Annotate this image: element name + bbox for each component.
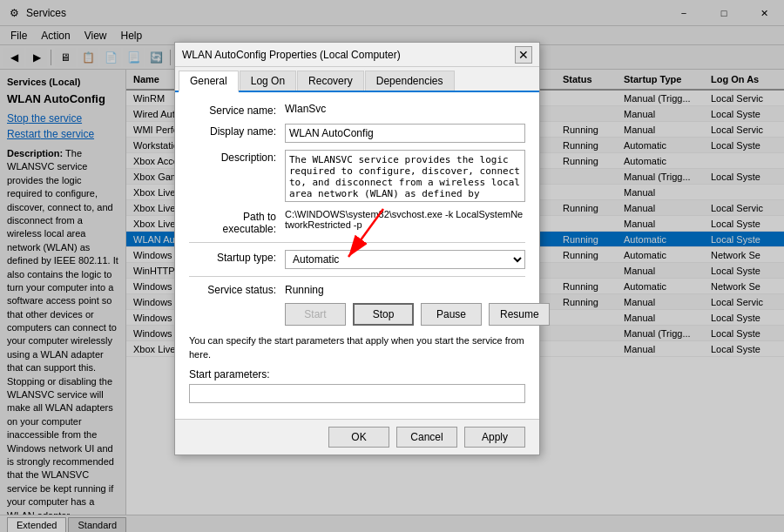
display-name-row: Display name: bbox=[189, 124, 525, 143]
service-control-buttons: Start Stop Pause Resume bbox=[285, 303, 525, 326]
description-label: Description: bbox=[189, 150, 285, 164]
apply-button[interactable]: Apply bbox=[464, 427, 525, 448]
cancel-button[interactable]: Cancel bbox=[396, 427, 457, 448]
divider-2 bbox=[189, 276, 525, 277]
dialog-tab-general[interactable]: General bbox=[179, 71, 239, 92]
dialog-tab-dependencies[interactable]: Dependencies bbox=[365, 71, 455, 91]
divider-1 bbox=[189, 242, 525, 243]
dialog-tab-recovery[interactable]: Recovery bbox=[297, 71, 364, 91]
hint-text: You can specify the start parameters tha… bbox=[189, 334, 525, 361]
start-button[interactable]: Start bbox=[285, 303, 346, 326]
service-name-value: WlanSvc bbox=[285, 103, 525, 115]
properties-dialog: WLAN AutoConfig Properties (Local Comput… bbox=[174, 42, 540, 455]
startup-label: Startup type: bbox=[189, 250, 285, 264]
resume-button[interactable]: Resume bbox=[489, 303, 550, 326]
startup-row: Startup type: Automatic Automatic (Delay… bbox=[189, 250, 525, 269]
service-status-row: Service status: Running bbox=[189, 284, 525, 296]
dialog-title-bar: WLAN AutoConfig Properties (Local Comput… bbox=[175, 43, 539, 67]
start-params-input[interactable] bbox=[189, 384, 525, 403]
stop-button[interactable]: Stop bbox=[353, 303, 414, 326]
service-name-label: Service name: bbox=[189, 103, 285, 117]
pause-button[interactable]: Pause bbox=[421, 303, 482, 326]
path-row: Path to executable: C:\WINDOWS\system32\… bbox=[189, 209, 525, 235]
startup-select[interactable]: Automatic Automatic (Delayed Start) Manu… bbox=[285, 250, 525, 269]
description-textarea[interactable]: The WLANSVC service provides the logic r… bbox=[285, 150, 525, 202]
description-row: Description: The WLANSVC service provide… bbox=[189, 150, 525, 202]
display-name-input[interactable] bbox=[285, 124, 525, 143]
dialog-title-text: WLAN AutoConfig Properties (Local Comput… bbox=[182, 49, 515, 61]
dialog-tabs: General Log On Recovery Dependencies bbox=[175, 67, 539, 92]
path-label: Path to executable: bbox=[189, 209, 285, 235]
ok-button[interactable]: OK bbox=[328, 427, 389, 448]
display-name-label: Display name: bbox=[189, 124, 285, 138]
dialog-close-button[interactable]: ✕ bbox=[515, 46, 532, 64]
dialog-content: Service name: WlanSvc Display name: Desc… bbox=[175, 92, 539, 419]
service-name-row: Service name: WlanSvc bbox=[189, 103, 525, 117]
dialog-footer: OK Cancel Apply bbox=[175, 419, 539, 455]
start-params-label: Start parameters: bbox=[189, 368, 525, 380]
dialog-tab-logon[interactable]: Log On bbox=[240, 71, 296, 91]
service-status-label: Service status: bbox=[189, 284, 285, 296]
service-status-value: Running bbox=[285, 284, 324, 296]
path-value: C:\WINDOWS\system32\svchost.exe -k Local… bbox=[285, 209, 525, 230]
dialog-overlay: WLAN AutoConfig Properties (Local Comput… bbox=[0, 0, 784, 532]
